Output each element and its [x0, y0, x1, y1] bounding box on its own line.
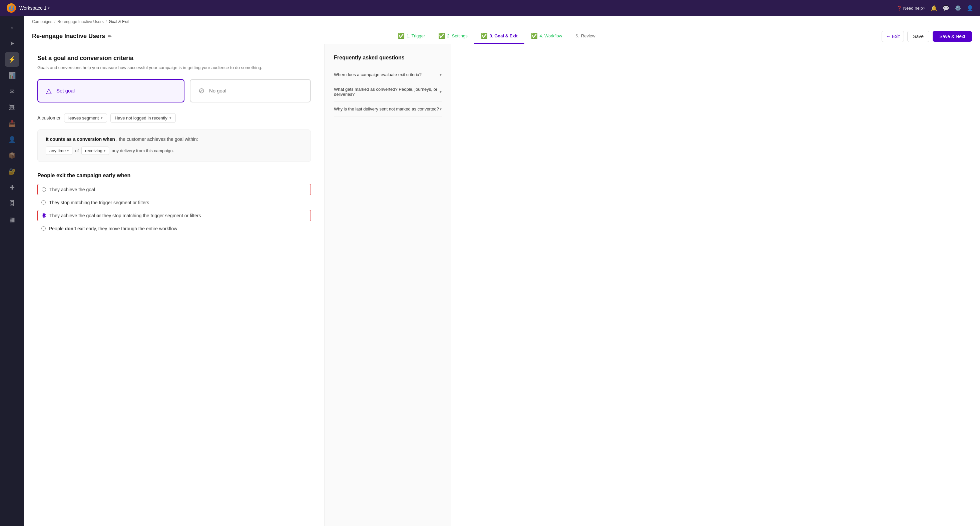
topbar-left: 🌀 Workspace 1 ▾: [7, 3, 50, 13]
workspace-name-text: Workspace 1: [19, 5, 46, 11]
conversion-bold: It counts as a conversion when: [46, 137, 115, 142]
user-avatar[interactable]: 👤: [967, 5, 973, 11]
settings-icon[interactable]: ⚙️: [955, 5, 961, 11]
analytics-icon: 📊: [8, 72, 16, 79]
sidebar-item-send[interactable]: ➤: [5, 36, 19, 51]
breadcrumb-campaigns[interactable]: Campaigns: [32, 19, 52, 24]
exit-option-achieve-goal[interactable]: They achieve the goal: [37, 184, 311, 195]
table-icon: ▦: [10, 216, 15, 223]
save-next-button[interactable]: Save & Next: [932, 31, 972, 42]
inbox-icon: 📥: [8, 120, 16, 127]
action-dropdown[interactable]: leaves segment ▾: [64, 113, 107, 123]
no-goal-label: No goal: [209, 88, 226, 94]
page-body: Set a goal and conversion criteria Goals…: [24, 44, 980, 526]
no-goal-card[interactable]: ⊘ No goal: [190, 79, 311, 102]
step-settings[interactable]: ✅ 2. Settings: [432, 29, 474, 44]
people-icon: 👤: [8, 136, 16, 143]
exit-radio-achieve-goal[interactable]: [42, 187, 46, 191]
sidebar: » ➤ ⚡ 📊 ✉ 🖼 📥 👤 📦 🔐 ✚: [0, 16, 24, 526]
breadcrumb-campaign-name[interactable]: Re-engage Inactive Users: [57, 19, 104, 24]
condition-row: A customer leaves segment ▾ Have not log…: [37, 113, 311, 123]
faq-question-1: When does a campaign evaluate exit crite…: [334, 72, 442, 77]
time-dropdown[interactable]: any time ▾: [46, 147, 72, 155]
topbar: 🌀 Workspace 1 ▾ ❓ Need help? 🔔 💬 ⚙️ 👤: [0, 0, 980, 16]
sidebar-collapse-button[interactable]: »: [5, 20, 19, 35]
sidebar-item-objects[interactable]: 📦: [5, 148, 19, 163]
time-dropdown-label: any time: [49, 148, 66, 153]
breadcrumb-sep-2: /: [106, 19, 107, 24]
exit-radio-no-early-exit[interactable]: [41, 226, 46, 231]
exit-option-stop-matching[interactable]: They stop matching the trigger segment o…: [37, 197, 311, 208]
exit-radio-stop-matching[interactable]: [41, 200, 46, 205]
goal-icon: △: [46, 86, 52, 95]
steps-nav: ✅ 1. Trigger ✅ 2. Settings ✅ 3. Goal & E…: [391, 29, 602, 44]
sidebar-item-people[interactable]: 👤: [5, 132, 19, 147]
logo-icon[interactable]: 🌀: [7, 3, 16, 13]
faq-item-1[interactable]: When does a campaign evaluate exit crite…: [334, 67, 442, 82]
faq-question-1-text: When does a campaign evaluate exit crite…: [334, 72, 422, 77]
sidebar-item-permissions[interactable]: 🔐: [5, 164, 19, 179]
filter-dropdown[interactable]: Have not logged in recently ▾: [110, 113, 176, 123]
faq-chevron-2: ▾: [440, 89, 442, 94]
edit-campaign-icon[interactable]: ✏: [108, 34, 112, 39]
exit-button[interactable]: ← Exit: [881, 31, 904, 42]
action-dropdown-chevron: ▾: [101, 116, 103, 120]
messages-icon: ✉: [10, 88, 15, 95]
campaigns-icon: ⚡: [8, 56, 16, 63]
exit-title: People exit the campaign early when: [37, 172, 311, 179]
send-icon: ➤: [10, 40, 15, 47]
faq-item-3[interactable]: Why is the last delivery sent not marked…: [334, 102, 442, 116]
need-help-label: Need help?: [903, 6, 926, 11]
chat-icon[interactable]: 💬: [943, 5, 949, 11]
workspace-chevron-icon: ▾: [48, 6, 50, 10]
faq-panel: Frequently asked questions When does a c…: [324, 44, 451, 526]
filter-dropdown-chevron: ▾: [169, 116, 172, 120]
step-check-icon: ✅: [398, 33, 405, 39]
step-review-label: Review: [581, 33, 595, 38]
step-goal-label: 3. Goal & Exit: [490, 33, 518, 38]
exit-option-achieve-or-stop[interactable]: They achieve the goal or they stop match…: [37, 210, 311, 221]
condition-prefix: A customer: [37, 115, 61, 121]
section-desc: Goals and conversions help you measure h…: [37, 64, 311, 71]
sidebar-item-analytics[interactable]: 📊: [5, 68, 19, 83]
step-workflow-label: 4. Workflow: [540, 33, 562, 38]
activity-icon: ✚: [10, 184, 15, 191]
sidebar-item-database[interactable]: 🗄: [5, 196, 19, 211]
no-goal-icon: ⊘: [199, 86, 204, 95]
action-dropdown-label: leaves segment: [68, 115, 99, 121]
sidebar-item-campaigns[interactable]: ⚡: [5, 52, 19, 67]
conversion-box: It counts as a conversion when , the cus…: [37, 129, 311, 162]
conversion-middle: , the customer achieves the goal within:: [116, 137, 198, 142]
chevron-right-icon: »: [11, 25, 13, 30]
exit-label-achieve-or-stop: They achieve the goal or they stop match…: [49, 213, 201, 218]
exit-option-no-early-exit[interactable]: People don't exit early, they move throu…: [37, 223, 311, 234]
sidebar-item-inbox[interactable]: 📥: [5, 116, 19, 131]
faq-question-2: What gets marked as converted? People, j…: [334, 87, 442, 97]
step-trigger[interactable]: ✅ 1. Trigger: [391, 29, 432, 44]
time-dropdown-dot: ▾: [67, 149, 69, 153]
step-goal-check-icon: ✅: [481, 33, 488, 39]
sidebar-item-table[interactable]: ▦: [5, 212, 19, 227]
exit-label-stop-matching: They stop matching the trigger segment o…: [49, 200, 149, 205]
step-review[interactable]: 5. Review: [569, 29, 602, 43]
receiving-dropdown-label: receiving: [85, 148, 102, 153]
sidebar-item-activity[interactable]: ✚: [5, 180, 19, 195]
permissions-icon: 🔐: [8, 168, 16, 175]
step-workflow[interactable]: ✅ 4. Workflow: [524, 29, 569, 44]
faq-item-2[interactable]: What gets marked as converted? People, j…: [334, 82, 442, 102]
sidebar-item-messages[interactable]: ✉: [5, 84, 19, 99]
sidebar-item-media[interactable]: 🖼: [5, 100, 19, 115]
exit-radio-achieve-or-stop[interactable]: [42, 213, 46, 218]
faq-question-3: Why is the last delivery sent not marked…: [334, 107, 442, 112]
set-goal-card[interactable]: △ Set goal: [37, 79, 185, 102]
receiving-dropdown[interactable]: receiving ▾: [81, 147, 109, 155]
faq-chevron-3: ▾: [440, 107, 442, 112]
need-help-button[interactable]: ❓ Need help?: [897, 6, 926, 11]
workspace-name[interactable]: Workspace 1 ▾: [19, 5, 50, 11]
bell-icon[interactable]: 🔔: [931, 5, 937, 11]
exit-label-achieve-goal: They achieve the goal: [49, 187, 95, 192]
main-content: Set a goal and conversion criteria Goals…: [24, 44, 324, 526]
save-button[interactable]: Save: [907, 31, 929, 42]
step-goal-exit[interactable]: ✅ 3. Goal & Exit: [474, 29, 524, 44]
conversion-text: It counts as a conversion when , the cus…: [46, 137, 302, 142]
